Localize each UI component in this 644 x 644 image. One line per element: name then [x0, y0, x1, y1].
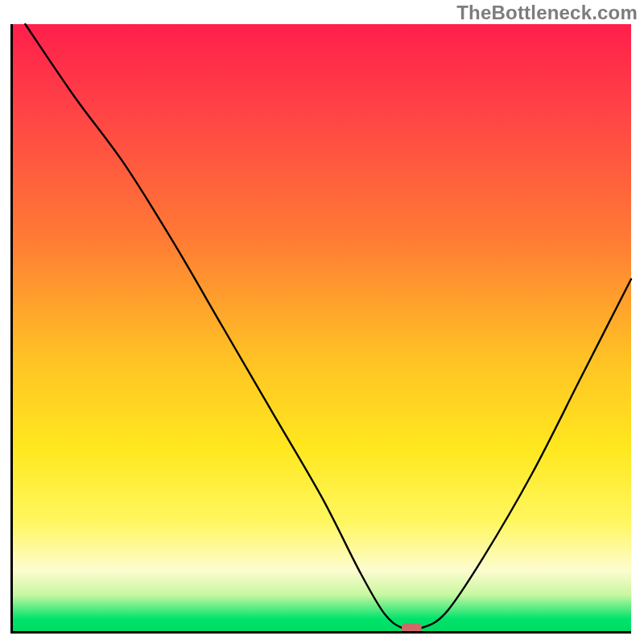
bottleneck-curve [25, 24, 631, 630]
x-axis-line [10, 631, 631, 634]
curve-layer [13, 24, 631, 631]
chart-stage: TheBottleneck.com [0, 0, 644, 644]
watermark-text: TheBottleneck.com [456, 2, 638, 24]
plot-area [13, 24, 631, 631]
y-axis-line [10, 24, 13, 631]
